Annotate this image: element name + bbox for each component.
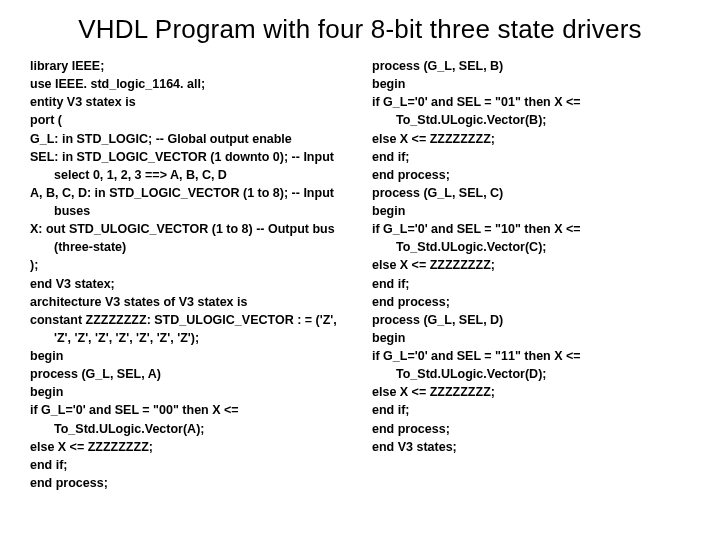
code-line: G_L: in STD_LOGIC; -- Global output enab… xyxy=(30,130,348,148)
code-line: library IEEE; xyxy=(30,57,348,75)
slide: VHDL Program with four 8-bit three state… xyxy=(0,0,720,540)
code-line: begin xyxy=(30,347,348,365)
code-line: use IEEE. std_logic_1164. all; xyxy=(30,75,348,93)
code-line: if G_L='0' and SEL = "01" then X <= To_S… xyxy=(372,93,690,129)
code-line: end process; xyxy=(372,293,690,311)
code-line: else X <= ZZZZZZZZ; xyxy=(30,438,348,456)
code-line: begin xyxy=(30,383,348,401)
code-line: begin xyxy=(372,202,690,220)
code-line: entity V3 statex is xyxy=(30,93,348,111)
code-line: else X <= ZZZZZZZZ; xyxy=(372,383,690,401)
code-line: if G_L='0' and SEL = "00" then X <= To_S… xyxy=(30,401,348,437)
code-line: end V3 states; xyxy=(372,438,690,456)
code-line: end if; xyxy=(372,401,690,419)
code-line: begin xyxy=(372,329,690,347)
code-line: if G_L='0' and SEL = "11" then X <= To_S… xyxy=(372,347,690,383)
code-line: process (G_L, SEL, D) xyxy=(372,311,690,329)
code-line: if G_L='0' and SEL = "10" then X <= To_S… xyxy=(372,220,690,256)
code-line: constant ZZZZZZZZ: STD_ULOGIC_VECTOR : =… xyxy=(30,311,348,347)
code-line: else X <= ZZZZZZZZ; xyxy=(372,256,690,274)
code-line: A, B, C, D: in STD_LOGIC_VECTOR (1 to 8)… xyxy=(30,184,348,220)
code-line: port ( xyxy=(30,111,348,129)
code-line: end if; xyxy=(30,456,348,474)
code-column-right: process (G_L, SEL, B)beginif G_L='0' and… xyxy=(372,57,690,492)
code-line: begin xyxy=(372,75,690,93)
code-columns: library IEEE;use IEEE. std_logic_1164. a… xyxy=(30,57,690,492)
code-line: end process; xyxy=(372,166,690,184)
code-line: end process; xyxy=(372,420,690,438)
code-line: end V3 statex; xyxy=(30,275,348,293)
code-line: end if; xyxy=(372,148,690,166)
code-line: else X <= ZZZZZZZZ; xyxy=(372,130,690,148)
code-column-left: library IEEE;use IEEE. std_logic_1164. a… xyxy=(30,57,348,492)
code-line: architecture V3 states of V3 statex is xyxy=(30,293,348,311)
slide-title: VHDL Program with four 8-bit three state… xyxy=(30,14,690,45)
code-line: end process; xyxy=(30,474,348,492)
code-line: process (G_L, SEL, C) xyxy=(372,184,690,202)
code-line: X: out STD_ULOGIC_VECTOR (1 to 8) -- Out… xyxy=(30,220,348,256)
code-line: process (G_L, SEL, A) xyxy=(30,365,348,383)
code-line: ); xyxy=(30,256,348,274)
code-line: process (G_L, SEL, B) xyxy=(372,57,690,75)
code-line: end if; xyxy=(372,275,690,293)
code-line: SEL: in STD_LOGIC_VECTOR (1 downto 0); -… xyxy=(30,148,348,184)
